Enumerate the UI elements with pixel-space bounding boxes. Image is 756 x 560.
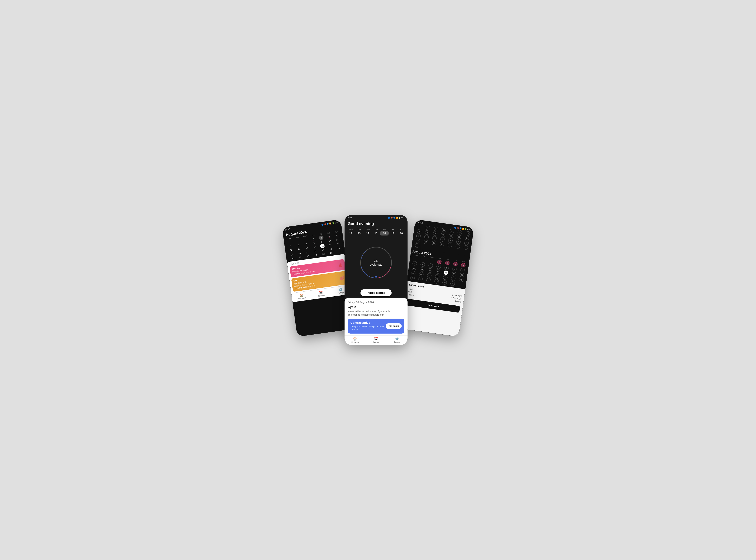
cd-15[interactable]: 15 [425, 230, 430, 235]
cal-day-26[interactable]: 26 [288, 256, 297, 260]
cal-day-1[interactable]: 1 [309, 236, 318, 241]
rcd-26b[interactable]: 26 [410, 276, 415, 280]
cal-day-4[interactable]: 4 [333, 233, 341, 238]
left-nav-overview-label: Overview [298, 297, 306, 300]
cal-day-16[interactable]: 16 [320, 244, 325, 249]
cd-23[interactable]: 23 [432, 236, 437, 241]
rcd-27b[interactable]: 27 [418, 277, 423, 282]
cal-day-13[interactable]: 13 [295, 247, 303, 252]
cal-day-15[interactable]: 15 [310, 244, 319, 250]
rcd-31b[interactable]: 31 [450, 281, 455, 286]
rcd-29b[interactable]: 29 [434, 279, 439, 284]
week-day-14[interactable]: 14 [364, 231, 372, 236]
rcd-22b[interactable]: 22 [435, 274, 440, 279]
cd-27[interactable]: 27 [464, 240, 469, 245]
rcd-15b[interactable]: 15 [435, 269, 441, 274]
cd-28[interactable]: 28 [415, 238, 420, 243]
cd-14[interactable]: 14 [417, 229, 422, 234]
rcd-24b[interactable]: 24 [451, 276, 456, 281]
gear-icon: ⚙️ [338, 287, 343, 292]
rcd-14b[interactable]: 14 [428, 268, 432, 273]
left-nav-calendar[interactable]: 📅 Calendar [311, 289, 331, 298]
cd-20[interactable]: 20 [465, 236, 470, 241]
cal-day-17[interactable]: 17 [326, 242, 334, 248]
period-started-button[interactable]: Period started [361, 289, 392, 296]
rcd-10b[interactable]: 10 [452, 267, 457, 272]
rcd-7[interactable]: 7 [428, 263, 433, 268]
rcd-20b[interactable]: 20 [419, 272, 424, 277]
cd-26[interactable]: 26 [456, 239, 461, 244]
cd-24[interactable]: 24 [440, 237, 445, 242]
center-nav-settings-label: Settings [394, 341, 400, 343]
week-day-16[interactable]: 16 [380, 231, 389, 236]
cal-day-30[interactable]: 30 [319, 252, 328, 256]
cal-day-27[interactable]: 27 [296, 255, 304, 260]
week-day-18[interactable]: 18 [397, 231, 406, 236]
rcd-6[interactable]: 6 [420, 262, 425, 267]
rcd-3[interactable]: 3 [453, 262, 458, 267]
rcd-13b[interactable]: 13 [420, 267, 425, 272]
cd-16[interactable]: 16 [433, 231, 438, 236]
cd-13[interactable]: 13 [465, 231, 470, 236]
center-nav-settings[interactable]: ⚙️ Settings [386, 337, 408, 343]
rcd-11b[interactable]: 11 [460, 267, 465, 273]
cd-25[interactable]: 25 [448, 238, 453, 243]
cal-day-9[interactable]: 9 [318, 240, 326, 244]
rcd-9b[interactable]: 9 [444, 265, 449, 271]
rcd-16b[interactable]: 16 [444, 271, 448, 275]
cd-17[interactable]: 17 [441, 232, 446, 237]
rcd-8b[interactable]: 8 [436, 264, 441, 269]
cal-day-12[interactable]: 12 [287, 248, 295, 253]
cal-day-2[interactable]: 2 [319, 235, 324, 240]
cd-12[interactable]: 12 [457, 230, 462, 235]
cd-31[interactable]: 31 [440, 242, 444, 246]
cd-19[interactable]: 19 [456, 235, 462, 239]
cd-30[interactable]: 30 [431, 241, 436, 245]
cd-10[interactable]: 10 [442, 227, 446, 233]
rcd-28b[interactable]: 28 [426, 278, 431, 283]
week-day-12[interactable]: 12 [347, 231, 355, 236]
cal-day-29[interactable]: 29 [312, 253, 320, 257]
cal-day-3[interactable]: 3 [325, 234, 333, 239]
cd-29[interactable]: 29 [424, 239, 428, 244]
rcd-1[interactable]: 1 [437, 259, 442, 264]
rcd-25b[interactable]: 25 [459, 277, 464, 282]
contra-text: Today you have to take pill number 14 of… [350, 325, 386, 331]
rcd-21b[interactable]: 21 [427, 273, 432, 278]
bottom-sheet: Friday, 16 August 2024 Cycle You're in t… [345, 298, 408, 345]
cycle-circle-wrap: 16. cycle day [345, 236, 408, 287]
rcd-12b[interactable]: 12 [411, 266, 416, 271]
contraceptive-card[interactable]: Contraceptive Today you have to take pil… [348, 319, 404, 334]
calendar-icon: 📅 [319, 290, 323, 295]
rcd-18b[interactable]: 18 [459, 273, 465, 277]
cd-9[interactable]: 9 [433, 226, 438, 232]
rcd-30b[interactable]: 30 [442, 280, 447, 285]
cd-21[interactable]: 21 [416, 234, 421, 238]
week-day-17[interactable]: 17 [389, 231, 397, 236]
cd-8[interactable]: 8 [426, 225, 430, 231]
rcd-5[interactable]: 5 [412, 261, 417, 266]
left-nav-overview[interactable]: 🏠 Overview [291, 292, 312, 301]
center-nav-overview[interactable]: 🏠 Overview [345, 337, 366, 343]
week-day-13[interactable]: 13 [355, 231, 364, 236]
cd-empty4 [415, 243, 420, 248]
rcd-4[interactable]: 4 [461, 263, 466, 268]
rcd-19b[interactable]: 19 [411, 271, 416, 276]
cal-day-18[interactable]: 18 [334, 241, 342, 246]
cycle-circle: 16. cycle day [360, 247, 392, 278]
cal-day-empty [301, 237, 310, 243]
center-nav-calendar[interactable]: 📅 Calendar [366, 337, 387, 343]
cd-22[interactable]: 22 [424, 235, 429, 240]
cal-day-31[interactable]: 31 [327, 251, 335, 255]
week-day-15[interactable]: 15 [372, 231, 380, 236]
rcd-2[interactable]: 2 [445, 260, 450, 265]
cd-11[interactable]: 11 [449, 229, 454, 234]
cd-18[interactable]: 18 [449, 233, 454, 238]
cycle-text2: The chance to get pregnant is high [348, 313, 404, 317]
cal-day-28[interactable]: 28 [304, 254, 312, 258]
cal-day-empty [293, 238, 302, 244]
rcd-17b[interactable]: 17 [451, 271, 456, 276]
pill-taken-button[interactable]: Pill taken [386, 323, 402, 329]
rcd-23b[interactable]: 23 [443, 275, 448, 280]
cal-day-14[interactable]: 14 [303, 245, 311, 251]
